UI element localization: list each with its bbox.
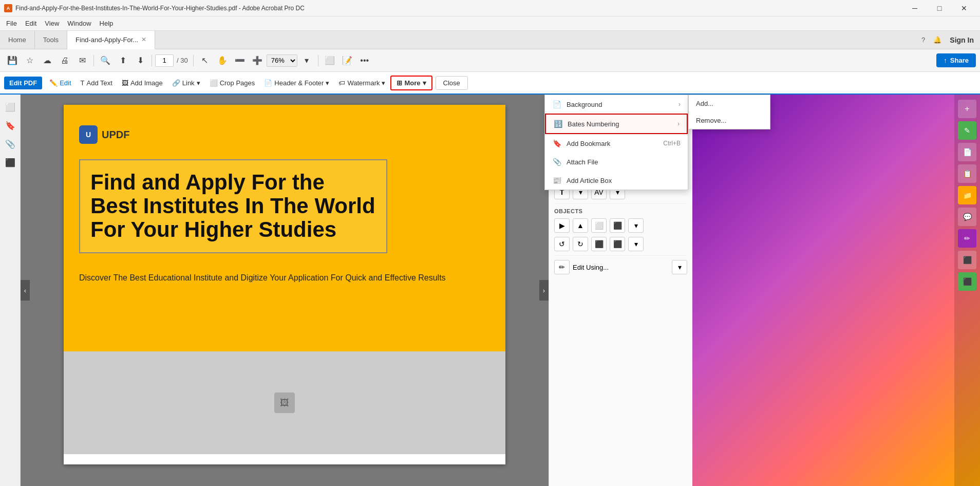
title-bar-left: A Find-and-Apply-For-the-Best-Institutes… [4, 4, 305, 12]
submenu-add[interactable]: Add... [689, 95, 770, 112]
zoom-plus[interactable]: ➕ [249, 52, 266, 69]
upload-button[interactable]: ☁ [39, 52, 55, 69]
page-total: / 30 [177, 57, 188, 64]
sidebar-page-thumbnails[interactable]: ⬜ [2, 99, 18, 115]
menu-help[interactable]: Help [96, 17, 118, 29]
sidebar-attachments[interactable]: 📎 [2, 136, 18, 152]
group-button[interactable]: ⬛ [610, 237, 625, 251]
crop-obj-button[interactable]: ⬜ [591, 218, 607, 233]
zoom-dropdown[interactable]: ▾ [298, 52, 315, 69]
app-icon: A [4, 4, 12, 12]
bookmark-tool-button[interactable]: ☆ [22, 52, 38, 69]
crop-label: Crop Pages [220, 79, 255, 87]
triangle-button[interactable]: ▲ [573, 218, 588, 233]
watermark-icon: 🏷 [338, 79, 345, 87]
edit-button[interactable]: ✏️ Edit [45, 77, 75, 89]
background-label: Background [567, 101, 673, 108]
minimize-button[interactable]: ─ [903, 0, 927, 16]
objects-row-2: ↺ ↻ ⬛ ⬛ ▾ [554, 237, 687, 251]
sidebar-layers[interactable]: ⬛ [2, 154, 18, 171]
menu-file[interactable]: File [2, 17, 21, 29]
email-button[interactable]: ✉ [74, 52, 90, 69]
add-text-label: Add Text [87, 79, 112, 87]
scan-tool[interactable]: ⬜ [322, 52, 338, 69]
add-text-button[interactable]: T Add Text [77, 77, 117, 89]
dropdown-item-bates[interactable]: 🔢 Bates Numbering › [545, 114, 688, 134]
pdf-main-title: Find and Apply For the Best Institutes I… [90, 171, 376, 242]
dropdown-item-attach[interactable]: 📎 Attach File [545, 153, 688, 171]
edit-using-icon[interactable]: ✏ [554, 260, 570, 274]
menu-window[interactable]: Window [63, 17, 95, 29]
title-bar: A Find-and-Apply-For-the-Best-Institutes… [0, 0, 980, 16]
page-number-input[interactable] [155, 54, 174, 67]
crop-pages-button[interactable]: ⬜ Crop Pages [205, 77, 259, 89]
scroll-left-button[interactable]: ‹ [21, 280, 30, 301]
bookmark-menu-icon: 🔖 [552, 139, 561, 148]
zoom-minus[interactable]: ➖ [232, 52, 248, 69]
acrobat-tool-5[interactable]: 📁 [958, 186, 976, 204]
share-button[interactable]: ↑ Share [936, 53, 976, 67]
acrobat-tool-9[interactable]: ⬛ [958, 272, 976, 291]
add-image-label: Add Image [130, 79, 163, 87]
edit-using-dropdown[interactable]: ▾ [672, 260, 687, 274]
acrobat-tool-2[interactable]: ✎ [958, 121, 976, 140]
acrobat-tool-7[interactable]: ✏ [958, 229, 976, 248]
print-button[interactable]: 🖨 [56, 52, 73, 69]
bookmark-label: Add Bookmark [567, 140, 658, 147]
link-button[interactable]: 🔗 Link ▾ [168, 77, 204, 89]
maximize-button[interactable]: □ [928, 0, 951, 16]
markup-tool[interactable]: 📝 [339, 52, 355, 69]
hand-tool[interactable]: ✋ [214, 52, 231, 69]
menu-edit[interactable]: Edit [21, 17, 41, 29]
pdf-subtitle: Discover The Best Educational Institute … [79, 272, 490, 284]
close-edit-button[interactable]: Close [436, 76, 468, 90]
tab-home[interactable]: Home [0, 31, 35, 49]
image-icon: 🖼 [122, 79, 128, 87]
menu-view[interactable]: View [41, 17, 63, 29]
edit-pdf-label: Edit PDF [4, 77, 42, 89]
sidebar-bookmarks[interactable]: 🔖 [2, 117, 18, 134]
close-button[interactable]: ✕ [952, 0, 976, 16]
link-icon: 🔗 [172, 79, 180, 87]
tab-document-label: Find-and-Apply-For... [76, 36, 138, 44]
group-dropdown[interactable]: ▾ [628, 237, 644, 251]
add-image-button[interactable]: 🖼 Add Image [118, 77, 167, 89]
align-obj-button[interactable]: ⬛ [610, 218, 625, 233]
select-tool[interactable]: ↖ [197, 52, 213, 69]
scroll-right-button[interactable]: › [539, 280, 549, 301]
scroll-up-button[interactable]: ⬆ [115, 52, 131, 69]
edit-using-label: Edit Using... [573, 264, 669, 271]
dropdown-item-article[interactable]: 📰 Add Article Box [545, 171, 688, 190]
acrobat-tool-6[interactable]: 💬 [958, 208, 976, 226]
more-button[interactable]: ⊞ More ▾ [390, 76, 432, 90]
notification-button[interactable]: 🔔 [933, 36, 941, 44]
acrobat-tool-1[interactable]: + [958, 100, 976, 118]
save-button[interactable]: 💾 [4, 52, 21, 69]
zoom-out-button[interactable]: 🔍 [97, 52, 114, 69]
scroll-down-button[interactable]: ⬇ [132, 52, 148, 69]
submenu-remove[interactable]: Remove... [689, 112, 770, 129]
zoom-select[interactable]: 76% 50% 100% 125% 150% [267, 54, 297, 67]
arrange-button[interactable]: ⬛ [591, 237, 607, 251]
share-icon: ↑ [944, 57, 947, 64]
header-footer-button[interactable]: 📄 Header & Footer ▾ [260, 77, 333, 89]
play-button[interactable]: ▶ [554, 218, 570, 233]
dropdown-item-bookmark[interactable]: 🔖 Add Bookmark Ctrl+B [545, 134, 688, 153]
acrobat-tool-8[interactable]: ⬛ [958, 251, 976, 269]
acrobat-tool-4[interactable]: 📋 [958, 164, 976, 183]
text-icon: T [81, 79, 85, 87]
acrobat-tool-3[interactable]: 📄 [958, 143, 976, 161]
rotate-right-button[interactable]: ↻ [573, 237, 588, 251]
help-button[interactable]: ? [921, 36, 925, 44]
align-obj-dropdown[interactable]: ▾ [628, 218, 644, 233]
tab-document[interactable]: Find-and-Apply-For... ✕ [67, 31, 155, 49]
more-tools[interactable]: ••• [356, 52, 373, 69]
tab-tools-label: Tools [43, 36, 59, 44]
dropdown-item-background[interactable]: 📄 Background › [545, 95, 688, 114]
tab-close-button[interactable]: ✕ [141, 36, 146, 43]
sign-in-button[interactable]: Sign In [950, 36, 974, 44]
rotate-left-button[interactable]: ↺ [554, 237, 570, 251]
tab-tools[interactable]: Tools [35, 31, 67, 49]
link-dropdown-icon: ▾ [197, 79, 200, 87]
watermark-button[interactable]: 🏷 Watermark ▾ [334, 77, 389, 89]
